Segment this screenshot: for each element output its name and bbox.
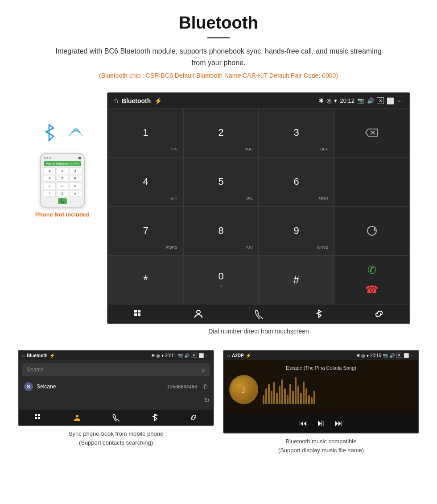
call-red-icon[interactable]: ☎ [365,283,379,296]
time-display: 20:12 [340,97,355,104]
dial-key-empty-r2 [334,157,409,206]
music-back-icon[interactable]: ← [410,353,415,358]
pb-call-icon[interactable] [96,413,135,421]
grid-icon[interactable] [108,309,168,319]
volume-icon[interactable]: 🔊 [367,97,374,104]
music-win-icon[interactable]: ⬜ [404,353,409,358]
dial-key-star[interactable]: * [108,255,183,304]
phone-key-8: 8 [57,183,69,189]
bluetooth-bottom-icon[interactable] [289,309,349,319]
phonebook-caption: Sync phone-book from mobile phone (Suppo… [18,429,214,447]
phone-device: Add to Contacts MORE 1 2 3 4 5 6 7 8 9 *… [40,153,85,208]
dial-key-8[interactable]: 8TUV [183,206,259,255]
phone-bottom-icon[interactable] [228,309,289,319]
phonebook-search-bar[interactable]: Search ⌕ [22,363,210,376]
contacts-icon[interactable] [168,309,228,319]
page-description: Integrated with BC6 Bluetooth module, su… [51,46,386,68]
phone-key-star: * [44,190,56,197]
music-usb-icon: ⚡ [246,353,251,358]
pb-person-icon[interactable] [58,413,96,421]
title-divider [207,37,230,38]
phone-key-0: 0 [57,190,69,197]
call-green-icon[interactable]: ✆ [367,264,376,276]
dial-key-1[interactable]: 1∿∿ [108,108,183,157]
statusbar-right: ✱ ◎ ▾ 20:12 📷 🔊 ✕ ⬜ ← [319,97,404,105]
search-placeholder: Search [27,367,44,373]
pb-chain-icon [190,413,198,421]
dial-key-5[interactable]: 5JKL [183,157,259,206]
dial-caption: Dial number direct from touchscreen [107,328,410,335]
dial-key-9[interactable]: 9WXYZ [259,206,334,255]
music-controls: ⏮ ⏯ ⏭ [224,414,418,433]
next-track-icon[interactable]: ⏭ [335,419,343,428]
pb-vol-icon[interactable]: 🔊 [184,353,190,358]
main-screen-title: Bluetooth [122,97,151,104]
back-icon[interactable]: ← [397,97,404,105]
pb-close-icon[interactable]: ✕ [191,353,197,358]
close-icon[interactable]: ✕ [377,97,384,104]
link-icon[interactable] [349,309,409,319]
dialpad-grid: 1∿∿ 2ABC 3DEF 4GHI 5JKL 6MNO 7PQRS 8 [108,108,409,304]
music-note-icon: ♪ [241,383,247,396]
music-body: Escape (The Pina Colada Song) ♪ [224,360,418,414]
dial-key-0[interactable]: 0+ [183,255,259,304]
svg-rect-10 [35,414,37,416]
dial-key-hash[interactable]: # [259,255,334,304]
dialpad-bottom-bar [108,304,409,323]
pb-screen-title: Bluetooth [27,353,48,358]
contact-row[interactable]: S Seicane 13566664466 ✆ [22,379,210,394]
svg-rect-6 [138,310,140,312]
search-icon[interactable]: ⌕ [202,366,205,373]
dial-key-3[interactable]: 3DEF [259,108,334,157]
wifi-icon: ▾ [334,97,337,104]
backspace-icon [365,127,379,138]
phone-key-3: 3 [69,167,81,174]
pb-grid-icon[interactable] [19,413,58,421]
bluetooth-icon [42,124,56,142]
music-close-icon[interactable]: ✕ [396,353,402,358]
person-icon [194,309,203,319]
contact-letter: S [24,382,33,391]
music-caption: Bluetooth music compatible (Support disp… [223,437,419,454]
pb-bt-icon: ✱ [151,353,155,358]
pb-home-icon[interactable]: ⌂ [22,353,25,358]
pb-link-icon[interactable] [174,413,213,421]
dial-key-6[interactable]: 6MNO [259,157,334,206]
contact-number: 13566664466 [167,384,197,389]
dial-key-2[interactable]: 2ABC [183,108,259,157]
music-vol-icon[interactable]: 🔊 [389,353,395,358]
music-cam-icon[interactable]: 📷 [383,353,388,358]
svg-rect-13 [38,417,40,419]
music-screenshot: ⌂ A2DP ⚡ ✱ ◎ ▾ 20:15 📷 🔊 ✕ ⬜ ← [223,350,419,454]
phonebook-screen: ⌂ Bluetooth ⚡ ✱ ◎ ▾ 20:11 📷 🔊 ✕ ⬜ ← [18,350,214,426]
wifi-waves-icon [65,119,87,142]
phone-key-2: 2 [57,167,69,174]
refresh-contacts-icon[interactable]: ↻ [204,396,210,404]
statusbar-left: ⌂ Bluetooth ⚡ [113,96,162,105]
album-art: ♪ [229,375,258,404]
dial-key-7[interactable]: 7PQRS [108,206,183,255]
music-home-icon[interactable]: ⌂ [227,353,230,358]
dial-key-backspace[interactable] [334,108,409,157]
pb-wifi-icon: ▾ [161,353,164,358]
contact-call-icon[interactable]: ✆ [202,383,208,390]
pb-win-icon[interactable]: ⬜ [198,353,204,358]
pb-cam-icon[interactable]: 📷 [177,353,183,358]
pb-bluetooth-icon[interactable] [136,413,174,421]
phonebook-statusbar: ⌂ Bluetooth ⚡ ✱ ◎ ▾ 20:11 📷 🔊 ✕ ⬜ ← [19,351,213,360]
pb-back-icon[interactable]: ← [205,353,210,358]
dial-key-redial[interactable] [334,206,409,255]
dial-key-4[interactable]: 4GHI [108,157,183,206]
svg-point-14 [76,415,78,417]
svg-rect-5 [134,310,137,312]
camera-icon[interactable]: 📷 [357,97,364,104]
home-icon[interactable]: ⌂ [113,96,118,105]
phonebook-bottom-bar [19,410,213,425]
play-pause-icon[interactable]: ⏯ [316,417,326,429]
phone-key-9: 9 [69,183,81,189]
windows-icon[interactable]: ⬜ [387,97,394,104]
main-statusbar: ⌂ Bluetooth ⚡ ✱ ◎ ▾ 20:12 📷 🔊 ✕ ⬜ ← [108,93,409,108]
redial-icon [365,224,379,238]
prev-track-icon[interactable]: ⏮ [299,419,307,428]
add-contacts-bar: Add to Contacts MORE [44,161,81,166]
